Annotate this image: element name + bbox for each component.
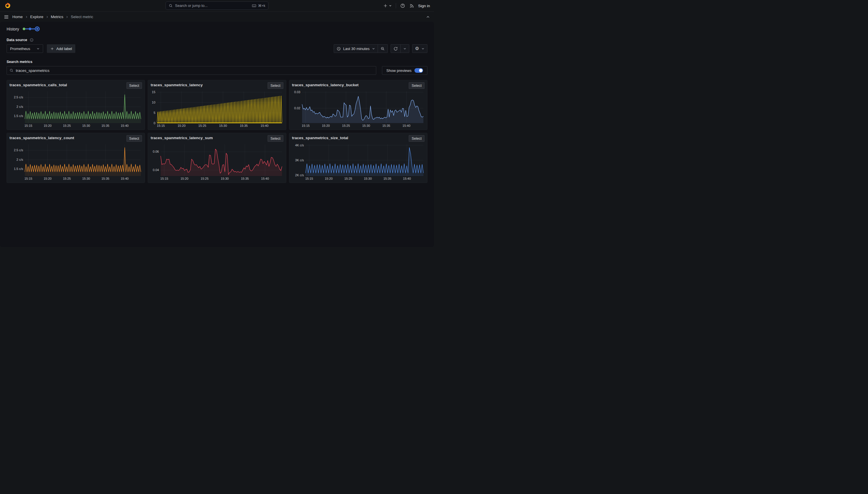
refresh-interval-dropdown[interactable]: [400, 44, 409, 53]
svg-text:15:35: 15:35: [101, 177, 110, 180]
metric-preview-chart: 15:1515:2015:2515:3015:3515:401.5 c/s2 c…: [9, 142, 142, 181]
search-icon: [169, 4, 173, 8]
zoom-out-button[interactable]: [378, 44, 388, 53]
show-previews-toggle[interactable]: [414, 68, 423, 73]
panel-header: traces_spanmetrics_calls_total Select: [9, 82, 142, 90]
plus-icon: [383, 3, 388, 8]
metric-preview-chart: 15:1515:2015:2515:3015:3515:401.5 c/s2 c…: [9, 90, 142, 128]
svg-text:15:40: 15:40: [261, 124, 269, 127]
svg-text:15:25: 15:25: [63, 177, 71, 180]
metric-panel: traces_spanmetrics_latency_count Select …: [6, 133, 145, 183]
metric-panel: traces_spanmetrics_latency Select 15:151…: [148, 80, 286, 130]
svg-text:15:40: 15:40: [402, 124, 410, 127]
top-nav-bar: Search or jump to... ⌘+k: [0, 0, 434, 12]
show-previews-control: Show previews: [382, 66, 428, 75]
svg-text:15:35: 15:35: [241, 177, 249, 180]
svg-text:15:25: 15:25: [63, 124, 71, 127]
select-button[interactable]: Select: [126, 135, 142, 142]
grafana-app: { "topbar": { "search_placeholder": "Sea…: [0, 0, 434, 247]
news-rss-icon[interactable]: [409, 3, 414, 8]
help-icon[interactable]: [400, 3, 405, 8]
menu-toggle-icon[interactable]: [4, 14, 9, 20]
svg-text:15:40: 15:40: [121, 124, 129, 127]
explore-metrics-page: History Data source Prometheus: [0, 22, 434, 247]
panel-header: traces_spanmetrics_latency_bucket Select: [292, 82, 425, 90]
svg-text:15:25: 15:25: [198, 124, 206, 127]
refresh-button[interactable]: [391, 44, 400, 53]
search-metrics-input[interactable]: traces_spanmetrics: [6, 66, 376, 75]
datasource-label-row: Data source: [6, 38, 428, 42]
svg-text:15:30: 15:30: [364, 177, 372, 180]
chevron-down-icon: [37, 47, 40, 50]
controls-row: Prometheus Add label Last 30 minutes: [6, 44, 428, 53]
panel-title: traces_spanmetrics_latency_bucket: [292, 82, 359, 87]
search-metrics-value: traces_spanmetrics: [16, 69, 50, 73]
select-button[interactable]: Select: [268, 82, 283, 89]
svg-text:15:30: 15:30: [82, 177, 90, 180]
sign-in-button[interactable]: Sign in: [418, 4, 430, 8]
select-button[interactable]: Select: [409, 135, 425, 142]
add-label-button[interactable]: Add label: [47, 44, 75, 53]
gear-icon: ⚙: [415, 46, 419, 51]
svg-text:15:35: 15:35: [382, 124, 390, 127]
history-current-step-icon[interactable]: [35, 26, 40, 31]
panel-title: traces_spanmetrics_latency_count: [9, 135, 74, 140]
history-connector: [25, 28, 29, 29]
keyboard-icon: [252, 3, 256, 8]
metric-preview-chart: 15:1515:2015:2515:3015:3515:400.020.03: [292, 90, 425, 128]
svg-text:15:35: 15:35: [240, 124, 248, 127]
chevron-right-icon: [65, 16, 68, 18]
chevron-down-icon: [372, 47, 375, 50]
panel-title: traces_spanmetrics_size_total: [292, 135, 348, 140]
panels-grid: traces_spanmetrics_calls_total Select 15…: [6, 80, 428, 183]
svg-text:15:20: 15:20: [44, 177, 52, 180]
select-button[interactable]: Select: [409, 82, 425, 89]
select-button[interactable]: Select: [126, 82, 142, 89]
svg-text:15:40: 15:40: [121, 177, 129, 180]
search-shortcut: ⌘+k: [258, 4, 265, 8]
search-icon: [9, 69, 14, 73]
breadcrumb-explore[interactable]: Explore: [30, 15, 43, 19]
plus-icon: [50, 47, 54, 51]
history-step-icon[interactable]: [23, 27, 25, 30]
svg-text:15:15: 15:15: [24, 124, 33, 127]
breadcrumb-metrics[interactable]: Metrics: [51, 15, 63, 19]
history-timeline[interactable]: [23, 26, 40, 31]
svg-text:15:20: 15:20: [322, 124, 330, 127]
svg-text:1.5 c/s: 1.5 c/s: [14, 114, 23, 118]
chevron-up-icon[interactable]: [426, 15, 430, 19]
settings-group: ⚙: [412, 44, 428, 53]
time-picker-group: Last 30 minutes: [334, 44, 388, 53]
datasource-label: Data source: [6, 38, 27, 42]
clock-icon: [337, 46, 341, 51]
metric-preview-chart: 15:1515:2015:2515:3015:3515:402K c/s3K c…: [292, 142, 425, 181]
datasource-picker[interactable]: Prometheus: [6, 44, 43, 53]
settings-button[interactable]: ⚙: [412, 44, 427, 53]
global-search-input[interactable]: Search or jump to... ⌘+k: [165, 1, 269, 10]
breadcrumb-home[interactable]: Home: [12, 15, 23, 19]
svg-text:15:30: 15:30: [221, 177, 229, 180]
new-menu-button[interactable]: [383, 3, 392, 8]
panel-title: traces_spanmetrics_latency: [151, 82, 203, 87]
history-step-icon[interactable]: [29, 27, 31, 30]
search-metrics-label: Search metrics: [6, 60, 33, 64]
svg-text:15:30: 15:30: [82, 124, 90, 127]
chevron-down-icon: [421, 47, 425, 50]
svg-text:15:40: 15:40: [261, 177, 269, 180]
svg-text:15:15: 15:15: [302, 124, 310, 127]
select-button[interactable]: Select: [268, 135, 283, 142]
svg-text:15:35: 15:35: [101, 124, 110, 127]
topbar-divider: [396, 3, 396, 8]
breadcrumb-bar: Home Explore Metrics Select metric: [0, 12, 434, 22]
svg-text:15:30: 15:30: [362, 124, 370, 127]
svg-text:15:25: 15:25: [201, 177, 209, 180]
svg-text:15:20: 15:20: [325, 177, 333, 180]
chevron-right-icon: [46, 16, 48, 18]
grafana-logo-icon[interactable]: [4, 2, 11, 9]
time-range-picker[interactable]: Last 30 minutes: [334, 44, 378, 53]
svg-text:0.06: 0.06: [153, 150, 159, 153]
info-icon[interactable]: [29, 38, 34, 42]
zoom-out-icon: [380, 46, 385, 51]
svg-text:0.02: 0.02: [294, 107, 300, 110]
metric-panel: traces_spanmetrics_calls_total Select 15…: [6, 80, 145, 130]
